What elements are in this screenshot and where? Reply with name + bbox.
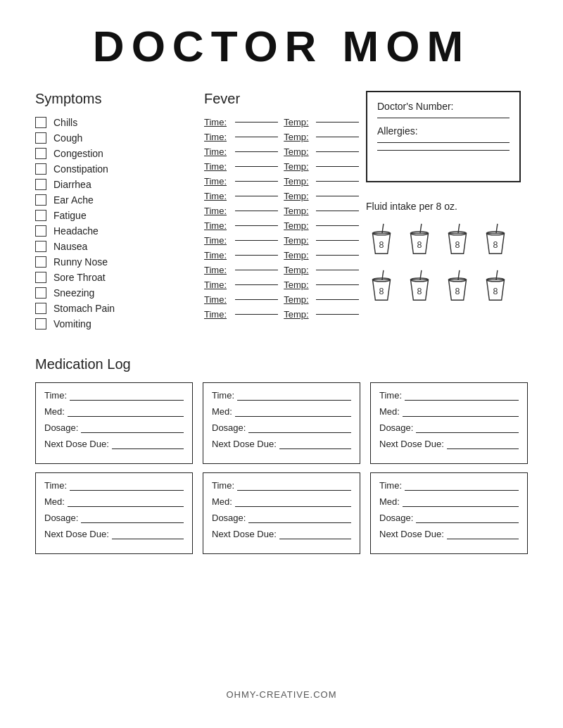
med-grid: Time: Med: Dosage: Next Dose Due: Time: … bbox=[35, 382, 528, 554]
symptom-checkbox[interactable] bbox=[35, 117, 46, 128]
symptom-checkbox[interactable] bbox=[35, 163, 46, 175]
cup-icon: 8 bbox=[368, 222, 395, 258]
med-card-row: Time: bbox=[44, 480, 184, 491]
med-field-label: Med: bbox=[212, 406, 232, 417]
symptom-item: Vomiting bbox=[35, 318, 197, 330]
med-field-line bbox=[416, 432, 519, 433]
fluid-section: Fluid intake per 8 oz. 8 bbox=[366, 195, 521, 313]
symptom-item: Sneezing bbox=[35, 287, 197, 299]
fluid-cups-grid: 8 8 8 bbox=[366, 219, 521, 308]
fever-time-label: Time: bbox=[204, 191, 228, 201]
symptom-checkbox[interactable] bbox=[35, 225, 46, 237]
symptom-label: Ear Ache bbox=[53, 194, 94, 206]
symptom-label: Cough bbox=[53, 132, 82, 144]
symptom-checkbox[interactable] bbox=[35, 210, 46, 221]
fever-temp-label: Temp: bbox=[284, 176, 308, 187]
symptom-checkbox[interactable] bbox=[35, 256, 46, 268]
med-field-label: Next Dose Due: bbox=[212, 529, 277, 539]
fever-temp-label: Temp: bbox=[284, 146, 308, 157]
symptom-label: Diarrhea bbox=[53, 179, 91, 190]
symptom-item: Stomach Pain bbox=[35, 303, 197, 314]
med-field-label: Dosage: bbox=[44, 422, 78, 433]
med-field-label: Med: bbox=[379, 406, 400, 417]
fever-time-label: Time: bbox=[204, 280, 228, 290]
fever-temp-line bbox=[316, 255, 359, 256]
med-field-label: Med: bbox=[379, 496, 400, 507]
med-card-row: Med: bbox=[379, 496, 519, 507]
med-field-line bbox=[416, 522, 519, 523]
symptom-label: Congestion bbox=[53, 148, 103, 159]
med-field-line bbox=[403, 506, 519, 507]
symptom-checkbox[interactable] bbox=[35, 194, 46, 206]
med-field-line bbox=[405, 490, 519, 491]
fever-time-label: Time: bbox=[204, 220, 228, 231]
fever-temp-label: Temp: bbox=[284, 117, 308, 127]
fluid-cup: 8 bbox=[366, 219, 397, 261]
symptom-checkbox[interactable] bbox=[35, 287, 46, 299]
symptom-checkbox[interactable] bbox=[35, 318, 46, 330]
page: DOCTOR MOM Symptoms Chills Cough Congest… bbox=[0, 0, 563, 728]
allergies-line-1 bbox=[377, 142, 510, 143]
med-field-line bbox=[68, 416, 184, 417]
symptom-checkbox[interactable] bbox=[35, 179, 46, 190]
fever-row: Time: Temp: bbox=[204, 161, 359, 172]
med-card-row: Next Dose Due: bbox=[44, 439, 184, 449]
allergies-line-2 bbox=[377, 150, 510, 151]
symptom-checkbox[interactable] bbox=[35, 241, 46, 252]
med-card: Time: Med: Dosage: Next Dose Due: bbox=[370, 382, 528, 464]
fever-time-line bbox=[235, 270, 278, 270]
med-field-label: Dosage: bbox=[44, 513, 78, 523]
med-field-label: Med: bbox=[212, 496, 232, 507]
symptoms-list: Chills Cough Congestion Constipation Dia… bbox=[35, 117, 197, 330]
svg-text:8: 8 bbox=[417, 240, 422, 250]
fever-title: Fever bbox=[204, 91, 359, 107]
symptom-item: Runny Nose bbox=[35, 256, 197, 268]
fever-time-line bbox=[235, 181, 278, 182]
med-card-row: Time: bbox=[212, 390, 351, 401]
med-card-row: Next Dose Due: bbox=[212, 439, 351, 449]
fever-temp-line bbox=[316, 122, 359, 123]
med-field-line bbox=[70, 490, 184, 491]
svg-text:8: 8 bbox=[379, 240, 384, 250]
fever-time-line bbox=[235, 225, 278, 226]
fluid-title: Fluid intake per 8 oz. bbox=[366, 201, 521, 212]
med-field-label: Dosage: bbox=[212, 422, 246, 433]
med-field-label: Med: bbox=[44, 406, 65, 417]
fever-temp-line bbox=[316, 240, 359, 241]
svg-text:8: 8 bbox=[455, 287, 460, 296]
med-field-label: Time: bbox=[379, 480, 402, 491]
symptom-checkbox[interactable] bbox=[35, 132, 46, 144]
symptom-item: Constipation bbox=[35, 163, 197, 175]
symptom-item: Nausea bbox=[35, 241, 197, 252]
cup-icon: 8 bbox=[444, 269, 471, 304]
symptom-item: Headache bbox=[35, 225, 197, 237]
med-card-row: Med: bbox=[44, 496, 184, 507]
fever-time-line bbox=[235, 299, 278, 300]
fever-row: Time: Temp: bbox=[204, 280, 359, 290]
med-card-row: Time: bbox=[379, 390, 519, 401]
fever-temp-line bbox=[316, 314, 359, 315]
fever-time-label: Time: bbox=[204, 132, 228, 142]
fever-temp-label: Temp: bbox=[284, 220, 308, 231]
symptom-checkbox[interactable] bbox=[35, 148, 46, 159]
symptom-checkbox[interactable] bbox=[35, 272, 46, 283]
symptom-item: Diarrhea bbox=[35, 179, 197, 190]
symptom-label: Fatigue bbox=[53, 210, 87, 221]
med-field-line bbox=[403, 416, 519, 417]
med-field-label: Dosage: bbox=[212, 513, 246, 523]
med-card-row: Next Dose Due: bbox=[212, 529, 351, 539]
fever-time-line bbox=[235, 122, 278, 123]
fever-temp-line bbox=[316, 284, 359, 285]
fever-temp-line bbox=[316, 270, 359, 270]
symptom-checkbox[interactable] bbox=[35, 303, 46, 314]
med-field-line bbox=[112, 448, 184, 449]
doctor-number-line bbox=[377, 118, 510, 118]
fever-time-line bbox=[235, 196, 278, 196]
med-field-label: Next Dose Due: bbox=[44, 529, 109, 539]
fever-temp-line bbox=[316, 137, 359, 137]
med-card-row: Time: bbox=[379, 480, 519, 491]
fever-temp-line bbox=[316, 196, 359, 196]
med-field-label: Med: bbox=[44, 496, 65, 507]
med-card: Time: Med: Dosage: Next Dose Due: bbox=[35, 382, 193, 464]
fever-temp-label: Temp: bbox=[284, 235, 308, 246]
